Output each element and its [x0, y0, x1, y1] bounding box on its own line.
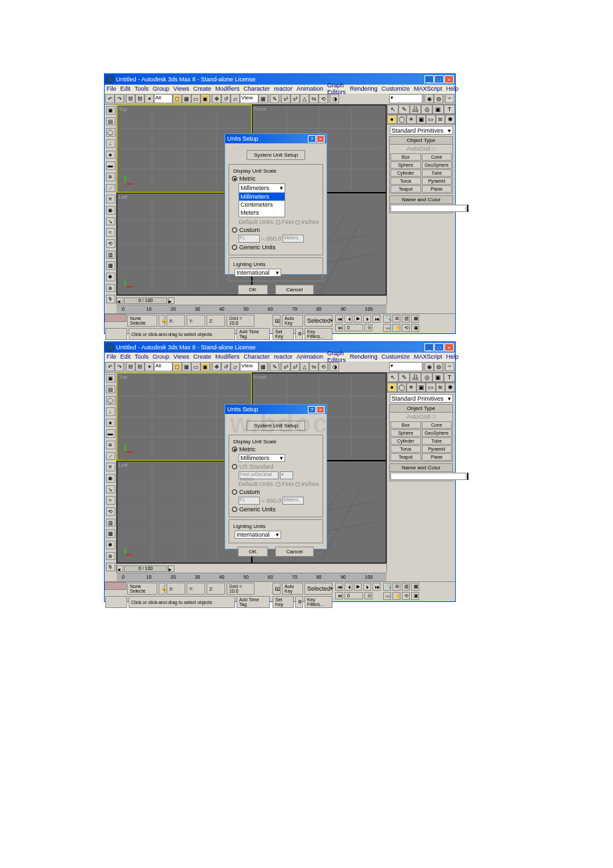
manip-icon[interactable]: ✎	[270, 362, 279, 371]
preview-icon[interactable]: ◉	[106, 474, 115, 483]
cloth-icon[interactable]: ▤	[106, 117, 115, 126]
zoom-extents-all-icon[interactable]: ▦	[411, 315, 419, 323]
manip-icon[interactable]: ✎	[270, 94, 279, 103]
select-icon[interactable]: ▢	[173, 362, 182, 371]
object-name-input[interactable]	[390, 205, 466, 212]
rotate-icon[interactable]: ↺	[221, 94, 231, 103]
listener-icon[interactable]	[105, 328, 127, 340]
zoom-all-icon[interactable]: ⊞	[392, 583, 400, 591]
custom-unit-input[interactable]: FL	[239, 497, 260, 505]
menu-tools[interactable]: Tools	[135, 85, 149, 92]
play-icon[interactable]: ▶	[354, 583, 362, 591]
menu-file[interactable]: File	[107, 353, 117, 360]
quick-render-icon[interactable]: ☕	[445, 362, 454, 371]
add-time-tag[interactable]: Add Time Tag	[237, 328, 270, 340]
key-filters-icon[interactable]: ⚙	[295, 596, 303, 608]
tab-display-icon[interactable]: ▣	[432, 373, 444, 382]
key-mode-dropdown[interactable]: Selected ▾	[305, 315, 332, 327]
prim-torus-button[interactable]: Torus	[390, 177, 421, 185]
title-bar[interactable]: Untitled - Autodesk 3ds Max 8 - Stand-al…	[105, 342, 455, 353]
menu-help[interactable]: Help	[446, 353, 459, 360]
key-filters-button[interactable]: Key Filters...	[305, 328, 332, 340]
menu-character[interactable]: Character	[243, 353, 270, 360]
zoom-icon[interactable]: 🔍	[383, 583, 391, 591]
dialog-title-bar[interactable]: Units Setup ? ×	[225, 405, 326, 414]
dialog-close-button[interactable]: ×	[316, 135, 324, 143]
goto-end-icon[interactable]: ⏭	[372, 315, 380, 323]
menu-rendering[interactable]: Rendering	[350, 85, 378, 92]
unlink-icon[interactable]: ⛓	[135, 362, 145, 371]
y-coord[interactable]: Y:	[187, 315, 205, 327]
prim-cylinder-button[interactable]: Cylinder	[390, 437, 421, 445]
snap2d-icon[interactable]: s²	[281, 94, 291, 103]
undo-icon[interactable]: ↶	[105, 362, 115, 371]
dashpot-icon[interactable]: ⤧	[106, 195, 115, 203]
plane-icon[interactable]: ▬	[106, 161, 115, 170]
trackbar[interactable]: 0 10 20 30 40 50 60 70 80 90 100	[117, 305, 386, 313]
rigid-body-icon[interactable]: ▣	[106, 374, 115, 383]
autogrid-checkbox[interactable]: AutoGrid ☐	[390, 413, 452, 421]
next-frame-icon[interactable]: ⏵	[363, 315, 371, 323]
deforming-mesh-icon[interactable]: ★	[106, 419, 115, 427]
time-config-icon[interactable]: ⏲	[364, 592, 372, 599]
dropdown-option[interactable]: Meters	[239, 209, 285, 217]
menu-character[interactable]: Character	[243, 85, 270, 92]
redo-icon[interactable]: ↷	[115, 94, 124, 103]
cloth-icon[interactable]: ▤	[106, 385, 115, 394]
time-slider[interactable]: 0 / 100	[124, 565, 167, 572]
menu-modifiers[interactable]: Modifiers	[215, 353, 240, 360]
prim-sphere-button[interactable]: Sphere	[390, 161, 421, 169]
select-name-icon[interactable]: ▦	[182, 362, 191, 371]
bind-icon[interactable]: ✶	[145, 94, 154, 103]
custom-base-dropdown[interactable]: Meters	[283, 235, 304, 243]
set-key-button[interactable]: Set Key	[273, 596, 294, 608]
key-mode-toggle-icon[interactable]: ⏯	[335, 592, 343, 599]
point-icon[interactable]: ↯	[106, 563, 115, 571]
z-coord[interactable]: Z:	[207, 583, 225, 595]
prim-plane-button[interactable]: Plane	[422, 185, 452, 193]
object-name-input[interactable]	[390, 473, 466, 480]
us-standard-radio[interactable]: US Standard	[232, 463, 320, 470]
percentsnap-icon[interactable]: %	[309, 362, 318, 371]
fracture-icon[interactable]: ⟲	[106, 239, 115, 248]
color-swatch[interactable]	[467, 473, 468, 480]
dialog-close-button[interactable]: ×	[316, 406, 324, 413]
menu-grapheditors[interactable]: Graph Editors	[327, 82, 346, 95]
rigid-body-icon[interactable]: ▣	[106, 106, 115, 115]
scale-icon[interactable]: ▱	[231, 94, 240, 103]
cancel-button[interactable]: Cancel	[275, 547, 314, 557]
cat-systems-icon[interactable]: ✱	[445, 115, 455, 124]
analyze-icon[interactable]: ≈	[106, 228, 115, 237]
render-scene-icon[interactable]: ◍	[434, 362, 443, 371]
cat-helpers-icon[interactable]: ▭	[426, 383, 436, 392]
help-button[interactable]: ?	[308, 135, 316, 143]
select-name-icon[interactable]: ▦	[182, 94, 191, 103]
time-config-icon[interactable]: ⏲	[364, 324, 372, 331]
cat-geometry-icon[interactable]: ●	[387, 383, 397, 392]
mirror-icon[interactable]: ◑	[330, 94, 339, 103]
key-mode-dropdown[interactable]: Selected ▾	[305, 583, 332, 595]
cat-cameras-icon[interactable]: ▣	[416, 115, 426, 124]
select-rect-icon[interactable]: ▭	[191, 362, 201, 371]
cat-geometry-icon[interactable]: ●	[387, 115, 397, 124]
lock-selection-icon[interactable]: 🔒	[159, 315, 165, 327]
menu-maxscript[interactable]: MAXScript	[414, 353, 442, 360]
metric-unit-dropdown[interactable]: Millimeters▾	[239, 454, 285, 462]
zoom-extents-icon[interactable]: ▥	[402, 315, 410, 323]
tab-create-icon[interactable]: ↖	[387, 105, 398, 114]
menu-tools[interactable]: Tools	[135, 353, 149, 360]
prim-sphere-button[interactable]: Sphere	[390, 429, 421, 437]
minimize-button[interactable]: _	[424, 75, 434, 83]
menu-edit[interactable]: Edit	[121, 353, 131, 360]
select-rect-icon[interactable]: ▭	[191, 94, 201, 103]
material-editor-icon[interactable]: ◉	[424, 94, 434, 103]
metric-radio[interactable]: Metric	[232, 446, 320, 453]
dropdown-option[interactable]: Centimeters	[239, 201, 285, 209]
close-button[interactable]: ×	[444, 75, 454, 83]
y-coord[interactable]: Y:	[187, 583, 205, 595]
listener-icon[interactable]	[105, 596, 127, 608]
center-icon[interactable]: ▦	[259, 362, 268, 371]
frame-input[interactable]: 0	[344, 324, 363, 331]
prim-plane-button[interactable]: Plane	[422, 453, 452, 461]
menu-customize[interactable]: Customize	[382, 85, 410, 92]
